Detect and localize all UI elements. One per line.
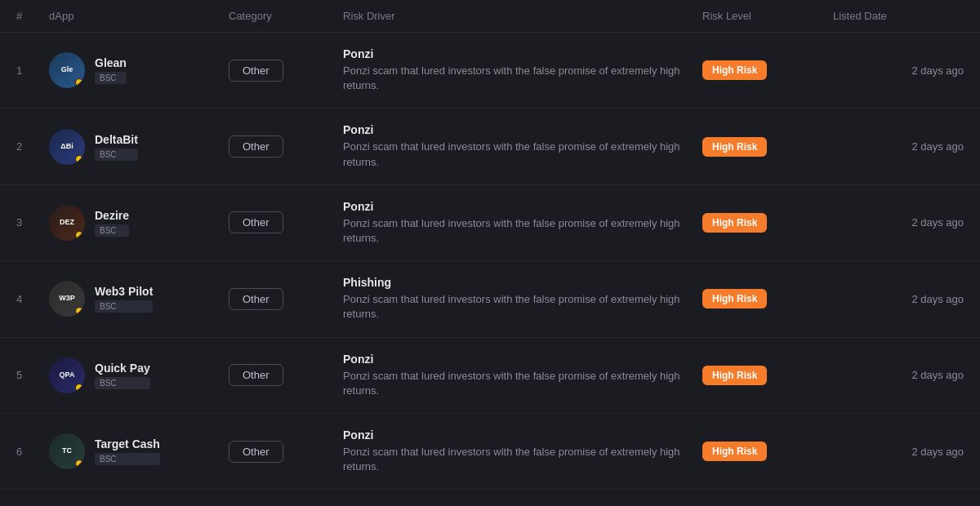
- table-row[interactable]: 4 W3P Web3 Pilot BSC Other Phishing Ponz…: [0, 261, 980, 337]
- category-badge-1: Other: [229, 60, 283, 82]
- bsc-dot-3: [75, 231, 83, 239]
- risk-type-5: Ponzi: [343, 353, 702, 366]
- listed-date-3: 2 days ago: [833, 216, 964, 229]
- risk-desc-6: Ponzi scam that lured investors with the…: [343, 445, 686, 474]
- logo-text-5: QPA: [60, 371, 75, 380]
- risk-type-4: Phishing: [343, 276, 702, 289]
- dapp-info-6: Target Cash BSC: [95, 437, 160, 465]
- dapp-info-5: Quick Pay BSC: [95, 362, 150, 389]
- bsc-dot-5: [75, 384, 83, 392]
- col-num: #: [16, 10, 49, 22]
- dapp-name-6: Target Cash: [95, 437, 160, 451]
- risk-driver-cell-2: Ponzi Ponzi scam that lured investors wi…: [343, 123, 702, 169]
- table-row[interactable]: 5 QPA Quick Pay BSC Other Ponzi Ponzi sc…: [0, 338, 980, 414]
- chain-badge-1: BSC: [95, 72, 127, 84]
- table-row[interactable]: 6 TC Target Cash BSC Other Ponzi Ponzi s…: [0, 414, 980, 490]
- dapp-cell-4: W3P Web3 Pilot BSC: [49, 281, 229, 317]
- table-row[interactable]: 2 ΔBi DeltaBit BSC Other Ponzi Ponzi sca…: [0, 109, 980, 184]
- risk-desc-4: Ponzi scam that lured investors with the…: [343, 292, 686, 322]
- dapp-info-4: Web3 Pilot BSC: [95, 285, 153, 313]
- category-cell-2: Other: [229, 135, 343, 158]
- category-badge-2: Other: [229, 135, 283, 158]
- risk-level-cell-5: High Risk: [702, 366, 833, 385]
- col-category: Category: [229, 10, 343, 22]
- category-badge-5: Other: [229, 364, 283, 386]
- bsc-dot-2: [75, 155, 83, 163]
- col-dapp: dApp: [49, 10, 229, 22]
- table-row[interactable]: 1 Gle Glean BSC Other Ponzi Ponzi scam t…: [0, 33, 980, 109]
- row-num-3: 3: [16, 216, 49, 229]
- listed-date-4: 2 days ago: [833, 293, 964, 305]
- risk-badge-4: High Risk: [702, 289, 767, 308]
- logo-text-2: ΔBi: [60, 143, 73, 151]
- dapp-logo-3: DEZ: [49, 205, 85, 241]
- bsc-dot-1: [75, 78, 83, 87]
- dapp-cell-1: Gle Glean BSC: [49, 52, 229, 88]
- dapp-name-3: Dezire: [95, 209, 129, 222]
- dapp-name-2: DeltaBit: [95, 133, 138, 146]
- dapp-logo-2: ΔBi: [49, 129, 85, 165]
- dapp-info-1: Glean BSC: [95, 56, 127, 84]
- risk-type-2: Ponzi: [343, 123, 702, 136]
- risk-badge-5: High Risk: [702, 366, 767, 385]
- category-cell-1: Other: [229, 60, 343, 82]
- dapp-cell-3: DEZ Dezire BSC: [49, 205, 229, 241]
- dapp-cell-2: ΔBi DeltaBit BSC: [49, 129, 229, 165]
- risk-type-3: Ponzi: [343, 200, 702, 213]
- dapp-logo-6: TC: [49, 433, 85, 469]
- col-risk-level: Risk Level: [702, 10, 833, 22]
- bsc-dot-6: [75, 459, 83, 468]
- dapp-name-1: Glean: [95, 56, 127, 69]
- dapp-logo-4: W3P: [49, 281, 85, 317]
- listed-date-1: 2 days ago: [833, 64, 964, 77]
- chain-badge-6: BSC: [95, 453, 160, 465]
- risk-level-cell-3: High Risk: [702, 213, 833, 233]
- logo-text-1: Gle: [61, 66, 74, 74]
- risk-driver-cell-4: Phishing Ponzi scam that lured investors…: [343, 276, 702, 322]
- chain-badge-4: BSC: [95, 300, 153, 313]
- risk-desc-5: Ponzi scam that lured investors with the…: [343, 369, 686, 398]
- risk-type-1: Ponzi: [343, 47, 702, 60]
- risk-desc-1: Ponzi scam that lured investors with the…: [343, 64, 686, 93]
- dapp-info-2: DeltaBit BSC: [95, 133, 138, 161]
- dapp-logo-5: QPA: [49, 357, 85, 393]
- listed-date-6: 2 days ago: [833, 446, 964, 458]
- dapp-logo-1: Gle: [49, 52, 85, 88]
- logo-text-3: DEZ: [60, 219, 74, 227]
- risk-badge-2: High Risk: [702, 137, 767, 157]
- bsc-dot-4: [75, 307, 83, 315]
- dapp-cell-6: TC Target Cash BSC: [49, 433, 229, 469]
- risk-badge-6: High Risk: [702, 442, 767, 461]
- row-num-5: 5: [16, 369, 49, 381]
- category-badge-6: Other: [229, 441, 283, 463]
- dapp-cell-5: QPA Quick Pay BSC: [49, 357, 229, 393]
- risk-driver-cell-1: Ponzi Ponzi scam that lured investors wi…: [343, 47, 702, 93]
- risk-badge-3: High Risk: [702, 213, 767, 233]
- table-header: # dApp Category Risk Driver Risk Level L…: [0, 0, 980, 33]
- risk-driver-cell-6: Ponzi Ponzi scam that lured investors wi…: [343, 428, 702, 474]
- listed-date-5: 2 days ago: [833, 369, 964, 381]
- risk-level-cell-1: High Risk: [702, 60, 833, 80]
- category-badge-3: Other: [229, 211, 283, 233]
- risk-badge-1: High Risk: [702, 60, 767, 80]
- main-table: # dApp Category Risk Driver Risk Level L…: [0, 0, 980, 490]
- dapp-name-4: Web3 Pilot: [95, 285, 153, 298]
- risk-driver-cell-5: Ponzi Ponzi scam that lured investors wi…: [343, 353, 702, 398]
- row-num-6: 6: [16, 446, 49, 458]
- risk-driver-cell-3: Ponzi Ponzi scam that lured investors wi…: [343, 200, 702, 246]
- row-num-4: 4: [16, 293, 49, 305]
- listed-date-2: 2 days ago: [833, 140, 964, 153]
- chain-badge-2: BSC: [95, 149, 138, 161]
- chain-badge-3: BSC: [95, 224, 129, 237]
- category-cell-4: Other: [229, 288, 343, 310]
- category-cell-3: Other: [229, 211, 343, 233]
- table-row[interactable]: 3 DEZ Dezire BSC Other Ponzi Ponzi scam …: [0, 185, 980, 261]
- risk-desc-2: Ponzi scam that lured investors with the…: [343, 140, 686, 169]
- row-num-2: 2: [16, 140, 49, 153]
- row-num-1: 1: [16, 64, 49, 77]
- col-listed-date: Listed Date: [833, 10, 964, 22]
- category-badge-4: Other: [229, 288, 283, 310]
- dapp-info-3: Dezire BSC: [95, 209, 129, 237]
- category-cell-5: Other: [229, 364, 343, 386]
- table-body: 1 Gle Glean BSC Other Ponzi Ponzi scam t…: [0, 33, 980, 490]
